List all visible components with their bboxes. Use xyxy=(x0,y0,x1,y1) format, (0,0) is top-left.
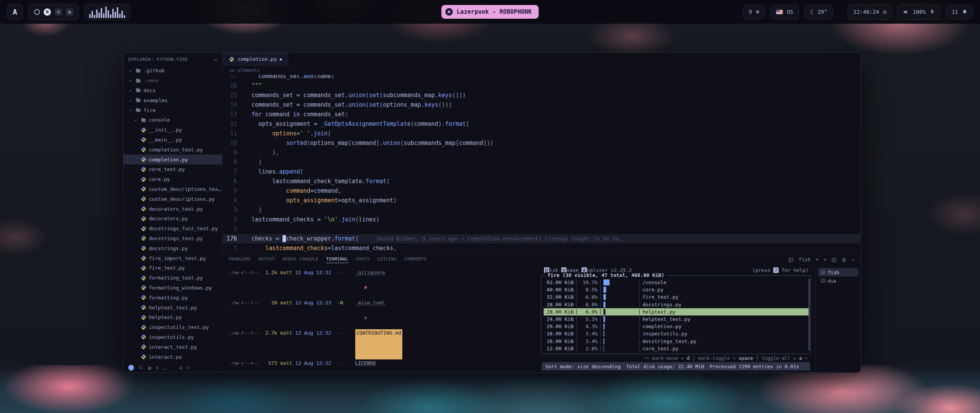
tab-completion-py[interactable]: completion.py ● xyxy=(222,53,288,65)
panel-tab[interactable]: COMMENTS xyxy=(405,257,427,263)
code-editor[interactable]: 17 commands_set.add(name) 16 """ 15 comm… xyxy=(222,75,861,254)
tree-item[interactable]: ▸ console xyxy=(124,115,222,125)
tree-item[interactable]: docstrings_test.py xyxy=(124,234,222,244)
code-line[interactable]: 11 options=' '.join( xyxy=(222,129,861,138)
notifications-badge[interactable]: 11 xyxy=(946,4,973,20)
grid-app-icon[interactable]: ▦ xyxy=(66,8,73,16)
completion.py[interactable]: 20.00 KiB │ 4.3% │ ▍ │ completion.py xyxy=(544,323,809,330)
panel-tab[interactable]: DEBUG CONSOLE xyxy=(283,257,318,263)
tree-item[interactable]: inspectutils_test.py xyxy=(124,322,222,332)
tree-item[interactable]: __main__.py xyxy=(124,135,222,145)
code-line[interactable]: 15 commands_set = commands_set.union(set… xyxy=(222,91,861,100)
tree-item[interactable]: docstrings.py xyxy=(124,243,222,253)
code-line[interactable]: 12 opts_assignment = _GetOptsAssignmentT… xyxy=(222,119,861,129)
search-icon[interactable] xyxy=(139,365,144,370)
clock-widget[interactable]: 12:40:24 ◷ xyxy=(848,4,892,20)
breadcrumb[interactable]: no elements xyxy=(222,66,861,75)
panel-tab[interactable]: PROBLEMS xyxy=(229,257,251,263)
tree-item[interactable]: ▾ fire xyxy=(124,105,222,115)
tree-item[interactable]: core.py xyxy=(124,174,222,184)
tree-item[interactable]: custom_descriptions_test… xyxy=(124,184,222,194)
tree-item[interactable]: helptext.py xyxy=(124,312,222,322)
new-terminal-icon[interactable]: + xyxy=(816,257,819,262)
more-icon[interactable]: … xyxy=(163,365,167,371)
active-terminal-label[interactable]: fish xyxy=(799,257,810,262)
tree-item[interactable]: formatting_windows.py xyxy=(124,283,222,293)
fire_test.py[interactable]: 32.00 KiB │ 6.8% │ ▊ │ fire_test.py xyxy=(544,293,809,301)
tree-item[interactable]: ▸ .github xyxy=(124,66,222,76)
code-line[interactable]: 6 lastcommand_check_template.format( xyxy=(222,177,861,186)
panel-tab[interactable]: TERMINAL xyxy=(326,257,348,263)
tree-item[interactable]: formatting_test.py xyxy=(124,273,222,283)
panel-tab[interactable]: PORTS xyxy=(356,257,370,263)
feedback-smiley-icon[interactable]: ☺ xyxy=(187,365,190,371)
code-line[interactable]: 17 commands_set.add(name) xyxy=(222,75,861,81)
panel-tab[interactable]: GITLENS xyxy=(377,257,397,263)
modified-dot-icon[interactable]: ● xyxy=(280,57,282,61)
gear-icon[interactable]: ⚙ xyxy=(179,365,182,371)
tree-item[interactable]: ▸ .venv xyxy=(124,76,222,86)
code-line[interactable]: 4 opts_assignment=opts_assignment) xyxy=(222,196,861,205)
sync-icon[interactable]: ⇅ xyxy=(156,365,159,371)
tree-item[interactable]: completion.py xyxy=(124,154,222,164)
core.py[interactable]: 40.00 KiB │ 8.5% │ ▉ │ core.py xyxy=(544,286,809,293)
code-line[interactable]: 16 """ xyxy=(222,81,861,91)
tree-item[interactable]: decorators_test.py xyxy=(124,204,222,214)
terminal-dropdown-icon[interactable]: ▾ xyxy=(823,257,826,262)
tree-item[interactable]: completion_test.py xyxy=(124,145,222,154)
split-terminal-icon[interactable] xyxy=(831,257,836,262)
terminal[interactable]: .rw-r--r-- 1.2k matt 12 Aug 12:32 -- # .… xyxy=(222,265,539,372)
code-line[interactable]: 7 lines.append( xyxy=(222,167,861,177)
panel-tab[interactable]: OUTPUT xyxy=(258,257,275,263)
helptext_test.py[interactable]: 24.00 KiB │ 5.1% │ ▌ │ helptext_test.py xyxy=(544,315,809,323)
docstrings_test.py[interactable]: 16.00 KiB │ 3.4% │ ▎ │ docstrings_test.p… xyxy=(544,338,809,345)
/console[interactable]: 92.00 KiB │ 19.7% │ ██ │ /console xyxy=(544,279,809,286)
tree-item[interactable]: interact.py xyxy=(124,352,222,359)
tree-item[interactable]: inspectutils.py xyxy=(124,332,222,342)
tree-item[interactable]: custom_descriptions.py xyxy=(124,194,222,204)
updates-badge[interactable]: 9 ❄ xyxy=(743,4,765,20)
kill-terminal-icon[interactable] xyxy=(841,257,846,262)
remote-indicator[interactable] xyxy=(128,365,134,371)
helptext.py[interactable]: 28.00 KiB │ 6.0% │ ▋ │ helptext.py xyxy=(544,308,809,315)
launcher-button[interactable]: A xyxy=(7,4,23,20)
code-line[interactable]: 5 command=command, xyxy=(222,186,861,196)
code-line[interactable]: 10 sorted(options_map[command].union(sub… xyxy=(222,138,861,148)
code-line[interactable]: 8 ) xyxy=(222,158,861,167)
weather-widget[interactable]: ☾ 29° xyxy=(804,4,833,20)
scrollbar[interactable] xyxy=(808,279,810,351)
code-line[interactable]: 1 lastcommand_checks=lastcommand_checks, xyxy=(222,244,861,253)
tree-item[interactable]: fire_test.py xyxy=(124,263,222,273)
extensions-icon[interactable]: ▣ xyxy=(148,365,151,371)
now-playing-badge[interactable]: Lazerpunk - ROBOPHONK xyxy=(441,5,539,19)
docstrings.py[interactable]: 28.00 KiB │ 6.0% │ ▋ │ docstrings.py xyxy=(544,301,809,308)
tree-item[interactable]: docstrings_fuzz_test.py xyxy=(124,224,222,234)
tree-item[interactable]: helptext_test.py xyxy=(124,302,222,312)
tree-item[interactable]: fire_import_test.py xyxy=(124,253,222,263)
more-actions-icon[interactable]: ⋯ xyxy=(851,257,854,262)
tree-item[interactable]: interact_test.py xyxy=(124,342,222,352)
inspectutils.py[interactable]: 16.00 KiB │ 3.4% │ ▎ │ inspectutils.py xyxy=(544,330,809,337)
code-line[interactable]: 2 lastcommand_checks = '\n'.join(lines) xyxy=(222,215,861,224)
disk-usage-pane[interactable]: Disk Usage Analyzer v2.29.2 (press ? for… xyxy=(539,265,815,372)
tree-item[interactable]: formatting.py xyxy=(124,293,222,302)
code-line[interactable]: 14 commands_set = commands_set.union(set… xyxy=(222,100,861,110)
list-app-icon[interactable]: ▤ xyxy=(55,8,62,16)
tree-item[interactable]: decorators.py xyxy=(124,214,222,224)
record-app-icon[interactable] xyxy=(34,9,40,15)
core_test.py[interactable]: 12.00 KiB │ 2.6% │ ▏ │ core_test.py xyxy=(544,345,809,352)
code-line[interactable]: 13 for command in commands_set: xyxy=(222,110,861,119)
code-line[interactable]: 176 checks = check_wrapper.format( David… xyxy=(222,234,861,244)
tree-item[interactable]: __init__.py xyxy=(124,125,222,135)
code-line[interactable]: 3 ) xyxy=(222,205,861,215)
code-line[interactable]: 1 xyxy=(222,224,861,234)
n-badge-app-icon[interactable]: N xyxy=(44,8,51,16)
tree-item[interactable]: core_test.py xyxy=(124,164,222,174)
terminal-session[interactable]: fish xyxy=(818,268,858,276)
audio-widget[interactable]: 100% xyxy=(897,4,941,20)
tree-item[interactable]: ▸ examples xyxy=(124,95,222,105)
keyboard-layout[interactable]: US xyxy=(770,4,799,20)
explorer-more-icon[interactable]: ⋯ xyxy=(214,57,217,62)
tree-item[interactable]: ▸ docs xyxy=(124,86,222,96)
code-line[interactable]: 9 ), xyxy=(222,148,861,158)
